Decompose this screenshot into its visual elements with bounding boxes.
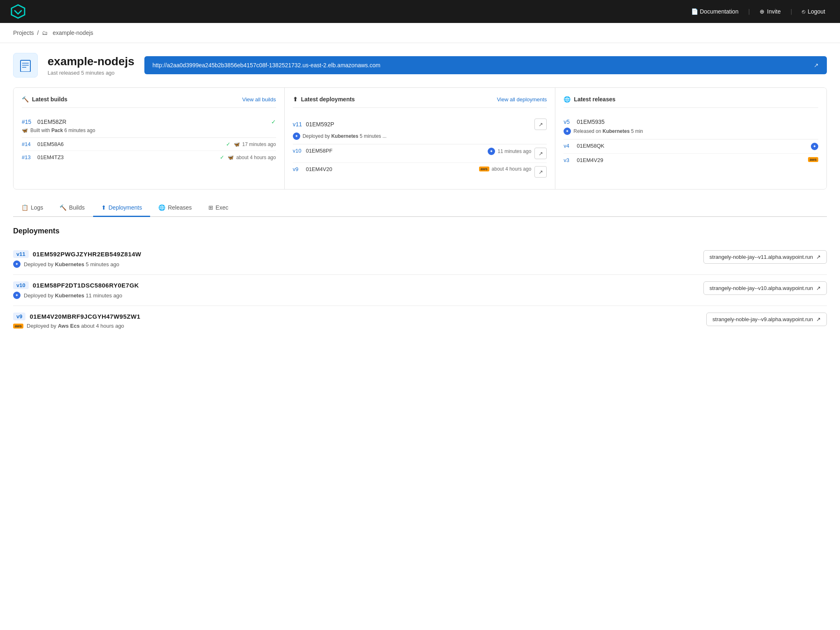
aws-badge-v9: aws bbox=[479, 167, 489, 171]
summary-cards: 🔨 Latest builds View all builds #15 01EM… bbox=[13, 87, 827, 189]
build-14-number: #14 bbox=[22, 141, 34, 147]
breadcrumb: Projects / 🗂 example-nodejs bbox=[0, 23, 840, 43]
dep-v10-deployer: Kubernetes bbox=[55, 292, 84, 299]
dep-v10-time: 11 minutes ago bbox=[498, 148, 531, 154]
aws-badge-entry-v9: aws bbox=[13, 324, 23, 329]
project-breadcrumb-name: example-nodejs bbox=[52, 30, 93, 36]
logout-link[interactable]: ⎋ Logout bbox=[797, 6, 830, 17]
external-icon-v9: ↗ bbox=[816, 316, 821, 322]
tab-builds[interactable]: 🔨 Builds bbox=[51, 199, 93, 217]
tab-deployments[interactable]: ⬆ Deployments bbox=[93, 199, 151, 217]
dep-v10-ext-btn[interactable]: ↗ bbox=[534, 148, 547, 159]
build-tool: Pack bbox=[51, 128, 63, 133]
tab-bar: 📋 Logs 🔨 Builds ⬆ Deployments 🌐 Releases… bbox=[13, 199, 827, 217]
dep-v10-badge: v10 bbox=[13, 281, 29, 289]
project-url: http://a2aa0d3999ea245b2b3856eb4157c08f-… bbox=[144, 56, 827, 74]
deployment-v9-link: strangely-noble-jay--v9.alpha.waypoint.r… bbox=[706, 313, 827, 326]
external-icon-v10: ↗ bbox=[816, 285, 821, 291]
logo[interactable] bbox=[10, 3, 26, 20]
dep-v11-badge: v11 bbox=[13, 250, 29, 258]
kube-icon: ✦ bbox=[293, 132, 300, 140]
deployments-card-title: ⬆ Latest deployments bbox=[293, 96, 355, 103]
deployments-tab-icon: ⬆ bbox=[101, 204, 106, 211]
view-all-deployments-link[interactable]: View all deployments bbox=[497, 96, 547, 103]
project-name: example-nodejs bbox=[48, 55, 135, 68]
kube-icon-v4: ✦ bbox=[811, 143, 818, 150]
featured-release: v5 01EM5935 ✦ Released on Kubernetes 5 m… bbox=[564, 114, 818, 139]
build-13-id: 01EM4TZ3 bbox=[37, 154, 215, 160]
featured-deployment: v11 01EM592P ↗ ✦ Deployed by Kubernetes … bbox=[293, 114, 547, 144]
documentation-link[interactable]: 📄 Documentation bbox=[686, 6, 743, 17]
project-header: example-nodejs Last released 5 minutes a… bbox=[13, 53, 827, 78]
projects-breadcrumb-link[interactable]: Projects bbox=[13, 30, 34, 36]
pack-icon-small: 🦋 bbox=[234, 142, 240, 147]
dep-v11-deployer: Kubernetes bbox=[55, 261, 84, 267]
rel-v4-id: 01EM58QK bbox=[577, 143, 808, 149]
plus-icon: ⊕ bbox=[760, 8, 765, 15]
dep-featured-version: v11 bbox=[293, 121, 303, 128]
folder-icon: 🗂 bbox=[42, 30, 48, 36]
tab-releases[interactable]: 🌐 Releases bbox=[150, 199, 200, 217]
kube-icon-entry-v11: ✦ bbox=[13, 260, 21, 268]
tab-exec[interactable]: ⊞ Exec bbox=[200, 199, 237, 217]
logout-icon: ⎋ bbox=[802, 8, 805, 15]
build-number: #15 bbox=[22, 119, 34, 125]
waypoint-url-v11: strangely-noble-jay--v11.alpha.waypoint.… bbox=[710, 254, 813, 260]
deployments-section-title: Deployments bbox=[13, 227, 827, 235]
build-14-id: 01EM58A6 bbox=[37, 141, 221, 147]
builds-card-title: 🔨 Latest builds bbox=[22, 96, 67, 103]
build-item-13: #13 01EM4TZ3 ✓ 🦋 about 4 hours ago bbox=[22, 151, 276, 164]
pack-icon-small-2: 🦋 bbox=[228, 155, 234, 160]
deploy-item-v9: v9 01EM4V20 aws about 4 hours ago ↗ bbox=[293, 163, 547, 181]
dep-v11-full-id: 01EM592PWGJZYHR2EB549Z814W bbox=[33, 251, 142, 258]
build-14-time: 17 minutes ago bbox=[242, 142, 276, 147]
dep-v10-version: v10 bbox=[293, 148, 303, 154]
builds-tab-icon: 🔨 bbox=[59, 204, 66, 211]
dep-featured-deployer: Kubernetes bbox=[331, 133, 358, 139]
kube-icon-rel: ✦ bbox=[564, 128, 571, 135]
deployment-entry-v11: v11 01EM592PWGJZYHR2EB549Z814W ✦ Deploye… bbox=[13, 244, 827, 275]
globe-icon: 🌐 bbox=[564, 96, 571, 103]
deployment-entry-v10: v10 01EM58PF2DT1DSC5806RY0E7GK ✦ Deploye… bbox=[13, 275, 827, 306]
releases-card-title: 🌐 Latest releases bbox=[564, 96, 615, 103]
waypoint-link-v10[interactable]: strangely-noble-jay--v10.alpha.waypoint.… bbox=[703, 281, 827, 295]
project-url-link[interactable]: http://a2aa0d3999ea245b2b3856eb4157c08f-… bbox=[144, 56, 827, 74]
dep-v9-badge: v9 bbox=[13, 313, 25, 320]
waypoint-url-v9: strangely-noble-jay--v9.alpha.waypoint.r… bbox=[712, 316, 813, 322]
build-13-check: ✓ bbox=[220, 154, 224, 160]
waypoint-link-v11[interactable]: strangely-noble-jay--v11.alpha.waypoint.… bbox=[703, 250, 827, 264]
svg-marker-0 bbox=[11, 5, 25, 18]
kube-icon-v10: ✦ bbox=[488, 148, 495, 155]
main-content: example-nodejs Last released 5 minutes a… bbox=[0, 43, 840, 630]
waypoint-link-v9[interactable]: strangely-noble-jay--v9.alpha.waypoint.r… bbox=[706, 313, 827, 326]
dep-v9-ext-btn[interactable]: ↗ bbox=[534, 166, 547, 178]
rel-v3-id: 01EM4V29 bbox=[577, 157, 805, 163]
rel-v4-version: v4 bbox=[564, 143, 573, 149]
dep-v11-entry-time: 5 minutes ago bbox=[86, 261, 119, 267]
deployment-v9-info: v9 01EM4V20MBRF9JCGYH47W95ZW1 aws Deploy… bbox=[13, 313, 706, 329]
view-all-builds-link[interactable]: View all builds bbox=[242, 96, 276, 103]
build-id: 01EM58ZR bbox=[37, 119, 266, 125]
rel-v3-version: v3 bbox=[564, 157, 573, 163]
rel-featured-platform: Kubernetes bbox=[603, 128, 630, 134]
tab-logs[interactable]: 📋 Logs bbox=[13, 199, 51, 217]
dep-v10-id: 01EM58PF bbox=[306, 148, 485, 154]
rel-featured-version: v5 bbox=[564, 119, 573, 125]
dep-featured-ext-btn[interactable]: ↗ bbox=[534, 119, 547, 130]
dep-v9-full-id: 01EM4V20MBRF9JCGYH47W95ZW1 bbox=[30, 313, 140, 320]
deployment-v10-link: strangely-noble-jay--v10.alpha.waypoint.… bbox=[703, 281, 827, 295]
upload-icon: ⬆ bbox=[293, 96, 298, 103]
invite-link[interactable]: ⊕ Invite bbox=[755, 6, 785, 17]
release-item-v4: v4 01EM58QK ✦ bbox=[564, 139, 818, 154]
releases-tab-icon: 🌐 bbox=[158, 204, 165, 211]
logs-icon: 📋 bbox=[21, 204, 28, 211]
project-icon bbox=[13, 53, 38, 78]
waypoint-url-v10: strangely-noble-jay--v10.alpha.waypoint.… bbox=[710, 285, 813, 291]
dep-v10-entry-time: 11 minutes ago bbox=[86, 292, 122, 299]
build-14-check: ✓ bbox=[226, 141, 231, 147]
builds-card-header: 🔨 Latest builds View all builds bbox=[22, 96, 276, 108]
dep-v9-deployer: Aws Ecs bbox=[58, 323, 80, 329]
latest-deployments-card: ⬆ Latest deployments View all deployment… bbox=[285, 88, 556, 189]
latest-releases-card: 🌐 Latest releases v5 01EM5935 ✦ Released… bbox=[555, 88, 826, 189]
dep-featured-time: 5 minutes ... bbox=[360, 133, 386, 139]
